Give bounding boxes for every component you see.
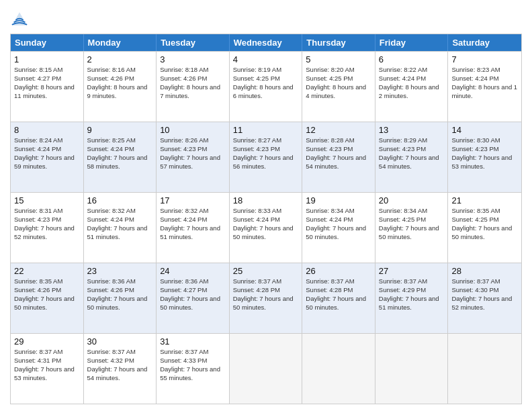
sunrise-label: Sunrise: 8:23 AM [451,66,500,73]
sunrise-label: Sunrise: 8:20 AM [306,66,354,73]
day-number: 19 [306,195,371,207]
day-number: 6 [379,54,445,66]
daylight-label: Daylight: 7 hours and 51 minutes. [160,224,220,240]
day-number: 27 [379,265,445,277]
day-number: 16 [87,195,153,207]
sunrise-label: Sunrise: 8:19 AM [233,66,281,73]
sunset-label: Sunset: 4:24 PM [87,216,134,223]
day-cell-30: 30Sunrise: 8:37 AMSunset: 4:32 PMDayligh… [84,334,157,404]
daylight-label: Daylight: 7 hours and 50 minutes. [87,295,148,311]
day-cell-14: 14Sunrise: 8:30 AMSunset: 4:23 PMDayligh… [448,122,521,192]
sunset-label: Sunset: 4:26 PM [160,75,207,82]
daylight-label: Daylight: 7 hours and 54 minutes. [87,365,148,381]
logo [10,9,30,28]
day-cell-11: 11Sunrise: 8:27 AMSunset: 4:23 PMDayligh… [230,122,303,192]
day-cell-18: 18Sunrise: 8:33 AMSunset: 4:24 PMDayligh… [230,193,303,263]
day-cell-17: 17Sunrise: 8:32 AMSunset: 4:24 PMDayligh… [157,193,230,263]
day-cell-15: 15Sunrise: 8:31 AMSunset: 4:23 PMDayligh… [11,193,84,263]
sunrise-label: Sunrise: 8:32 AM [160,207,208,214]
sunrise-label: Sunrise: 8:27 AM [233,136,281,144]
sunrise-label: Sunrise: 8:26 AM [160,136,208,144]
day-cell-12: 12Sunrise: 8:28 AMSunset: 4:23 PMDayligh… [302,122,375,192]
daylight-label: Daylight: 7 hours and 56 minutes. [233,154,294,170]
calendar-week-2: 8Sunrise: 8:24 AMSunset: 4:24 PMDaylight… [11,122,521,192]
header-day-sunday: Sunday [11,34,84,51]
day-cell-9: 9Sunrise: 8:25 AMSunset: 4:24 PMDaylight… [84,122,157,192]
sunset-label: Sunset: 4:23 PM [14,216,61,223]
day-number: 22 [14,265,80,277]
sunset-label: Sunset: 4:26 PM [87,75,134,82]
day-cell-8: 8Sunrise: 8:24 AMSunset: 4:24 PMDaylight… [11,122,84,192]
day-cell-6: 6Sunrise: 8:22 AMSunset: 4:24 PMDaylight… [375,52,449,122]
day-cell-21: 21Sunrise: 8:35 AMSunset: 4:25 PMDayligh… [448,193,521,263]
daylight-label: Daylight: 8 hours and 6 minutes. [233,83,294,99]
sunset-label: Sunset: 4:25 PM [233,75,280,82]
day-cell-26: 26Sunrise: 8:37 AMSunset: 4:28 PMDayligh… [302,263,375,333]
sunrise-label: Sunrise: 8:37 AM [160,348,208,355]
day-cell-13: 13Sunrise: 8:29 AMSunset: 4:23 PMDayligh… [375,122,449,192]
daylight-label: Daylight: 7 hours and 50 minutes. [451,224,512,240]
sunset-label: Sunset: 4:24 PM [233,216,280,223]
sunrise-label: Sunrise: 8:34 AM [379,207,427,214]
daylight-label: Daylight: 8 hours and 7 minutes. [160,83,220,99]
empty-cell [230,334,303,404]
day-number: 28 [451,265,518,277]
day-number: 26 [306,265,371,277]
daylight-label: Daylight: 7 hours and 50 minutes. [160,295,220,311]
day-cell-7: 7Sunrise: 8:23 AMSunset: 4:24 PMDaylight… [448,52,521,122]
daylight-label: Daylight: 8 hours and 9 minutes. [87,83,148,99]
sunset-label: Sunset: 4:24 PM [14,145,61,152]
sunset-label: Sunset: 4:25 PM [451,216,498,223]
day-cell-2: 2Sunrise: 8:16 AMSunset: 4:26 PMDaylight… [84,52,157,122]
day-number: 31 [160,336,226,348]
day-number: 11 [233,124,299,136]
sunrise-label: Sunrise: 8:35 AM [14,277,62,285]
sunset-label: Sunset: 4:27 PM [160,286,207,293]
sunrise-label: Sunrise: 8:25 AM [87,136,136,144]
daylight-label: Daylight: 7 hours and 50 minutes. [233,295,294,311]
header-day-friday: Friday [375,34,449,51]
empty-cell [375,334,449,404]
sunrise-label: Sunrise: 8:16 AM [87,66,136,73]
day-number: 18 [233,195,299,207]
header-day-monday: Monday [84,34,157,51]
day-number: 23 [87,265,153,277]
sunrise-label: Sunrise: 8:28 AM [306,136,354,144]
calendar-header: SundayMondayTuesdayWednesdayThursdayFrid… [11,34,521,51]
day-number: 7 [451,54,518,66]
sunset-label: Sunset: 4:23 PM [233,145,280,152]
day-cell-27: 27Sunrise: 8:37 AMSunset: 4:29 PMDayligh… [375,263,449,333]
sunset-label: Sunset: 4:23 PM [451,145,498,152]
day-number: 30 [87,336,153,348]
sunrise-label: Sunrise: 8:18 AM [160,66,208,73]
day-cell-16: 16Sunrise: 8:32 AMSunset: 4:24 PMDayligh… [84,193,157,263]
daylight-label: Daylight: 7 hours and 54 minutes. [306,154,366,170]
daylight-label: Daylight: 7 hours and 54 minutes. [379,154,439,170]
sunset-label: Sunset: 4:27 PM [14,75,61,82]
day-number: 17 [160,195,226,207]
day-cell-19: 19Sunrise: 8:34 AMSunset: 4:24 PMDayligh… [302,193,375,263]
header-day-tuesday: Tuesday [157,34,230,51]
daylight-label: Daylight: 7 hours and 55 minutes. [160,365,220,381]
sunset-label: Sunset: 4:26 PM [87,286,134,293]
day-cell-3: 3Sunrise: 8:18 AMSunset: 4:26 PMDaylight… [157,52,230,122]
daylight-label: Daylight: 7 hours and 57 minutes. [160,154,220,170]
daylight-label: Daylight: 7 hours and 52 minutes. [451,295,512,311]
daylight-label: Daylight: 8 hours and 11 minutes. [14,83,75,99]
daylight-label: Daylight: 7 hours and 50 minutes. [379,224,439,240]
sunset-label: Sunset: 4:33 PM [160,357,207,364]
sunrise-label: Sunrise: 8:37 AM [87,348,136,355]
day-cell-28: 28Sunrise: 8:37 AMSunset: 4:30 PMDayligh… [448,263,521,333]
sunset-label: Sunset: 4:24 PM [160,216,207,223]
day-number: 15 [14,195,80,207]
sunset-label: Sunset: 4:28 PM [306,286,353,293]
logo-icon [10,9,29,28]
calendar-body: 1Sunrise: 8:15 AMSunset: 4:27 PMDaylight… [11,51,521,404]
day-number: 3 [160,54,226,66]
sunrise-label: Sunrise: 8:36 AM [87,277,136,285]
sunset-label: Sunset: 4:23 PM [379,145,426,152]
calendar-week-5: 29Sunrise: 8:37 AMSunset: 4:31 PMDayligh… [11,333,521,404]
daylight-label: Daylight: 7 hours and 50 minutes. [233,224,294,240]
day-cell-10: 10Sunrise: 8:26 AMSunset: 4:23 PMDayligh… [157,122,230,192]
sunset-label: Sunset: 4:23 PM [306,145,353,152]
